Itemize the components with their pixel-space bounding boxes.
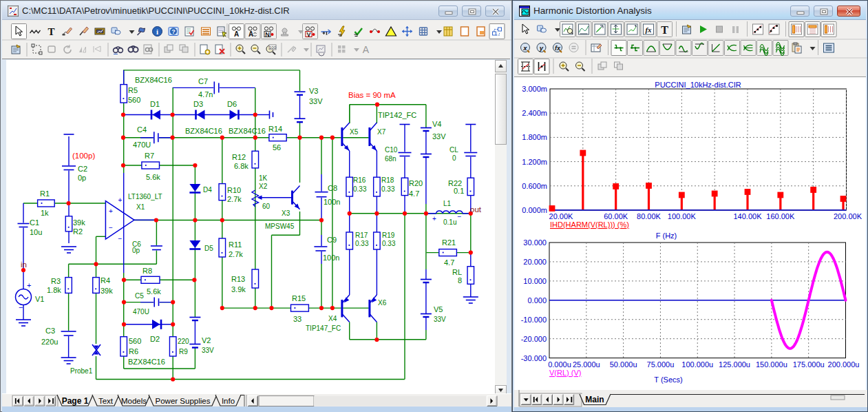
svg-text:0.33: 0.33	[355, 240, 369, 247]
svg-text:T: T	[661, 24, 668, 36]
svg-text:10.000: 10.000	[523, 277, 547, 285]
svg-text:0.000u: 0.000u	[548, 360, 571, 369]
svg-text:TIP147_FC: TIP147_FC	[306, 325, 341, 332]
svg-text:F (Hz): F (Hz)	[656, 231, 677, 240]
svg-text:C2: C2	[78, 165, 87, 173]
svg-text:R2: R2	[73, 227, 83, 236]
svg-text:C4: C4	[137, 125, 147, 134]
svg-text:2.7k: 2.7k	[227, 195, 242, 203]
svg-text:BZX84C16: BZX84C16	[185, 127, 222, 135]
svg-text:100.00K: 100.00K	[668, 212, 697, 220]
svg-text:V1: V1	[35, 295, 44, 303]
svg-text:R18: R18	[381, 176, 394, 184]
svg-text:V: V	[306, 31, 310, 38]
svg-text:BZX84C16: BZX84C16	[128, 358, 165, 366]
svg-text:X7: X7	[377, 128, 386, 136]
svg-text:0.000: 0.000	[527, 296, 547, 305]
svg-text:C3: C3	[45, 327, 55, 335]
svg-text:+: +	[109, 207, 113, 215]
svg-text:D2: D2	[150, 335, 160, 343]
svg-text:25.000u: 25.000u	[573, 360, 600, 369]
svg-text:R12: R12	[232, 153, 246, 161]
svg-text:3.000m: 3.000m	[522, 85, 547, 93]
svg-text:R10: R10	[227, 186, 241, 194]
svg-text:A: A	[248, 30, 253, 38]
svg-text:220: 220	[178, 338, 189, 345]
svg-text:?: ?	[171, 28, 176, 35]
svg-text:C9: C9	[327, 236, 337, 244]
svg-text:+: +	[27, 281, 31, 289]
svg-text:out: out	[470, 205, 482, 214]
svg-text:-10.000: -10.000	[521, 316, 547, 324]
svg-text:L1: L1	[443, 200, 452, 207]
svg-text:x: x	[522, 44, 527, 52]
svg-text:V4: V4	[432, 120, 441, 128]
svg-text:R17: R17	[355, 231, 368, 239]
svg-text:Text: Text	[98, 397, 114, 405]
svg-text:C8: C8	[328, 184, 337, 192]
svg-text:4.7: 4.7	[409, 189, 419, 198]
svg-text:0.33: 0.33	[381, 185, 395, 193]
svg-text:RL: RL	[452, 268, 462, 276]
svg-text:33V: 33V	[309, 97, 323, 105]
svg-text:140.00K: 140.00K	[734, 212, 763, 220]
svg-text:Power Supplies: Power Supplies	[156, 397, 211, 405]
svg-text:T (Secs): T (Secs)	[654, 375, 682, 384]
svg-text:IHD(HARM(V(RL))) (%): IHD(HARM(V(RL))) (%)	[550, 220, 629, 229]
svg-text:100: 100	[269, 45, 277, 50]
svg-text:33: 33	[293, 315, 301, 323]
svg-text:C1: C1	[30, 218, 39, 227]
svg-text:R8: R8	[142, 267, 152, 275]
svg-text:56: 56	[273, 143, 281, 152]
svg-text:5.6k: 5.6k	[146, 173, 160, 181]
svg-text:200.00K: 200.00K	[834, 212, 862, 220]
svg-text:X3: X3	[282, 209, 290, 217]
svg-text:100n: 100n	[324, 198, 340, 206]
svg-text:1K: 1K	[259, 174, 268, 182]
svg-text:R15: R15	[292, 294, 306, 302]
svg-text:470U: 470U	[133, 308, 149, 316]
svg-text:-30.000: -30.000	[521, 354, 547, 362]
svg-text:X5: X5	[350, 128, 359, 136]
svg-text:100n: 100n	[323, 254, 339, 262]
svg-text:220u: 220u	[41, 338, 58, 346]
svg-text:X6: X6	[378, 299, 387, 307]
svg-text:160.00K: 160.00K	[766, 212, 795, 220]
svg-text:50.000u: 50.000u	[610, 360, 637, 369]
svg-text:D4: D4	[203, 186, 212, 194]
svg-text:125.000u: 125.000u	[719, 360, 750, 369]
svg-text:30.000: 30.000	[523, 238, 547, 247]
svg-text:68n: 68n	[385, 155, 396, 163]
svg-text:5.6k: 5.6k	[147, 287, 161, 296]
svg-text:A: A	[234, 30, 239, 38]
svg-text:CL: CL	[449, 146, 458, 154]
svg-text:0p: 0p	[132, 247, 140, 254]
svg-text:−: −	[109, 224, 113, 231]
svg-text:3.9k: 3.9k	[231, 285, 246, 293]
svg-text:R21: R21	[442, 238, 456, 247]
svg-text:1k: 1k	[41, 209, 49, 217]
svg-text:Models: Models	[121, 397, 147, 405]
svg-text:Bias = 90 mA: Bias = 90 mA	[348, 91, 396, 99]
svg-text:200.000u: 200.000u	[828, 360, 860, 369]
svg-text:0.1: 0.1	[454, 187, 464, 195]
svg-text:R7: R7	[145, 152, 154, 160]
svg-text:BZX84C16: BZX84C16	[229, 127, 266, 135]
svg-text:0.1u: 0.1u	[443, 218, 456, 226]
svg-text:33V: 33V	[202, 347, 214, 354]
svg-text:R1: R1	[40, 189, 50, 198]
svg-text:X1: X1	[136, 203, 145, 211]
svg-text:LT1360_LT: LT1360_LT	[128, 193, 162, 200]
svg-text:1.8k: 1.8k	[47, 286, 61, 294]
svg-text:A: A	[363, 44, 370, 55]
svg-text:R13: R13	[231, 275, 245, 283]
svg-text:MPSW45: MPSW45	[265, 223, 295, 230]
svg-text:(100p): (100p)	[72, 152, 95, 160]
svg-text:0.600m: 0.600m	[522, 182, 547, 190]
svg-text:Info: Info	[222, 397, 235, 405]
svg-text:in: in	[21, 260, 27, 269]
svg-text:Main: Main	[585, 395, 604, 404]
svg-text:C5: C5	[135, 292, 144, 300]
svg-text:R20: R20	[409, 179, 423, 187]
svg-text:8: 8	[458, 276, 462, 285]
